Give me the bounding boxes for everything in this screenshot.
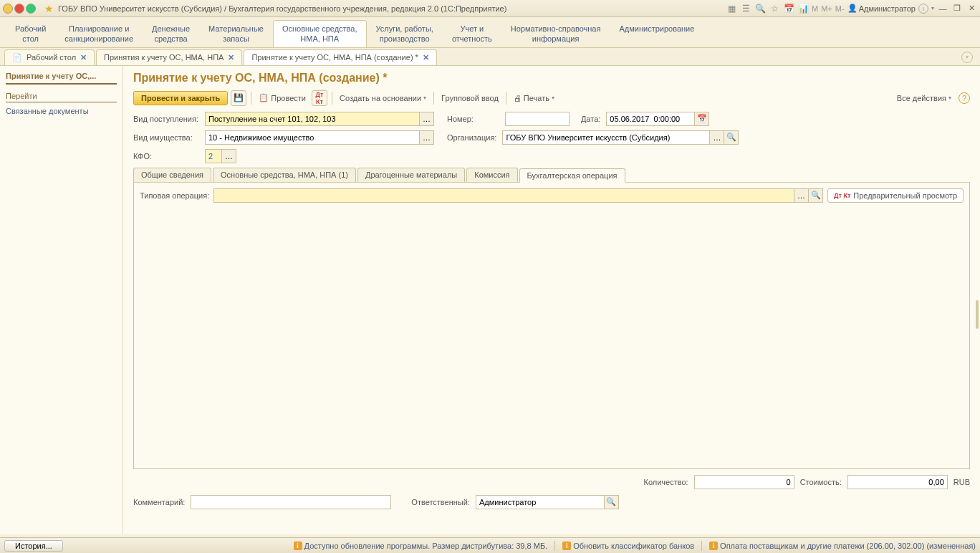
status-payments-label: Оплата поставщикам и другие платежи (206… bbox=[720, 542, 976, 550]
property-type-picker[interactable]: … bbox=[420, 130, 434, 145]
titlebar-right: ▦ ☰ 🔍 ☆ 📅 📊 M M+ M- 👤 Администратор i ▾ … bbox=[726, 3, 977, 14]
kfo-picker[interactable]: … bbox=[222, 149, 236, 163]
titlebar: ★ ГОБУ ВПО Университет искусств (Субсиди… bbox=[0, 0, 980, 17]
print-button[interactable]: 🖨 Печать▾ bbox=[511, 92, 557, 104]
all-actions-button[interactable]: Все действия▾ bbox=[894, 92, 954, 104]
help-icon[interactable]: ? bbox=[959, 92, 970, 104]
circle-icon[interactable] bbox=[14, 4, 24, 14]
app-icon[interactable] bbox=[3, 4, 13, 14]
typical-op-search-icon[interactable]: 🔍 bbox=[809, 188, 823, 203]
kfo-label: КФО: bbox=[133, 152, 199, 160]
caret-icon[interactable]: ▾ bbox=[931, 5, 934, 11]
menu-planning[interactable]: Планирование и санкционирование bbox=[55, 20, 143, 47]
desktop-icon: 📄 bbox=[12, 53, 22, 62]
tab-label: Рабочий стол bbox=[27, 53, 76, 62]
memory-m[interactable]: M bbox=[812, 4, 818, 13]
property-type-field[interactable] bbox=[205, 130, 420, 145]
comment-field[interactable] bbox=[191, 495, 391, 509]
create-based-button[interactable]: Создать на основании▾ bbox=[337, 92, 429, 104]
number-field[interactable] bbox=[505, 112, 570, 126]
star-small-icon[interactable]: ☆ bbox=[769, 3, 780, 14]
calendar2-icon[interactable]: 📊 bbox=[797, 3, 809, 14]
status-banks[interactable]: iОбновить классификатор банков bbox=[562, 542, 694, 550]
status-payments[interactable]: iОплата поставщикам и другие платежи (20… bbox=[709, 542, 976, 550]
grid-icon[interactable]: ▦ bbox=[726, 3, 737, 14]
org-field[interactable] bbox=[502, 130, 710, 145]
tab-close-icon[interactable]: ✕ bbox=[228, 53, 234, 62]
post-and-close-button[interactable]: Провести и закрыть bbox=[133, 91, 228, 105]
tabs-dropdown-icon[interactable]: ▾ bbox=[961, 52, 973, 63]
responsible-search-icon[interactable]: 🔍 bbox=[605, 495, 619, 509]
typical-op-field[interactable] bbox=[213, 188, 794, 203]
page-title: Принятие к учету ОС, НМА, НПА (создание)… bbox=[133, 72, 970, 85]
org-picker[interactable]: … bbox=[710, 130, 724, 145]
preview-button[interactable]: Дт Кт Предварительный просмотр bbox=[827, 188, 964, 203]
calendar-picker-icon[interactable]: 📅 bbox=[695, 112, 709, 126]
minimize-icon[interactable]: — bbox=[937, 3, 948, 14]
menu-materials[interactable]: Материальные запасы bbox=[199, 20, 273, 47]
scrollbar-handle[interactable] bbox=[976, 300, 979, 329]
menu-fixed-assets[interactable]: Основные средства, НМА, НПА bbox=[273, 20, 367, 47]
tab-label: Принятия к учету ОС, НМА, НПА bbox=[104, 53, 224, 62]
receipt-type-picker[interactable]: … bbox=[420, 112, 434, 126]
menu-money[interactable]: Денежные средства bbox=[143, 20, 199, 47]
receipt-type-field[interactable] bbox=[205, 112, 420, 126]
sidebar-related-docs[interactable]: Связанные документы bbox=[6, 105, 117, 117]
group-input-label: Групповой ввод bbox=[441, 94, 499, 102]
menu-reference[interactable]: Нормативно-справочная информация bbox=[501, 20, 610, 47]
tab-general[interactable]: Общие сведения bbox=[133, 168, 211, 182]
info-badge-icon: i bbox=[562, 542, 571, 550]
post-label: Провести bbox=[271, 94, 306, 102]
post-button[interactable]: 📋Провести bbox=[256, 92, 309, 104]
tab-desktop[interactable]: 📄 Рабочий стол ✕ bbox=[4, 49, 95, 65]
calendar-icon[interactable]: 📅 bbox=[783, 3, 794, 14]
group-input-button[interactable]: Групповой ввод bbox=[438, 92, 501, 104]
tab-label: Принятие к учету ОС, НМА, НПА (создание)… bbox=[251, 53, 418, 62]
maximize-icon[interactable]: ❐ bbox=[951, 3, 963, 14]
admin-label: Администратор bbox=[859, 4, 916, 13]
status-update[interactable]: iДоступно обновление программы. Размер д… bbox=[294, 542, 548, 550]
inner-tabs: Общие сведения Основные средства, НМА, Н… bbox=[133, 168, 970, 183]
typical-op-label: Типовая операция: bbox=[140, 191, 209, 200]
summary-row: Количество: Стоимость: RUB bbox=[133, 472, 970, 492]
memory-mplus[interactable]: M+ bbox=[821, 4, 832, 13]
typical-op-picker[interactable]: … bbox=[794, 188, 809, 203]
menu-accounting[interactable]: Учет и отчетность bbox=[443, 20, 501, 47]
kfo-field[interactable] bbox=[205, 149, 222, 163]
status-banks-label: Обновить классификатор банков bbox=[573, 542, 694, 550]
menu-services[interactable]: Услуги, работы, производство bbox=[367, 20, 443, 47]
date-field[interactable] bbox=[606, 112, 695, 126]
tab-close-icon[interactable]: ✕ bbox=[80, 53, 87, 62]
info-badge-icon: i bbox=[709, 542, 718, 550]
tab-accounting-op[interactable]: Бухгалтерская операция bbox=[519, 168, 625, 183]
all-actions-label: Все действия bbox=[897, 94, 946, 102]
menu-desktop[interactable]: Рабочий стол bbox=[6, 20, 55, 47]
sidebar-goto[interactable]: Перейти bbox=[6, 90, 117, 102]
tab-assets[interactable]: Основные средства, НМА, НПА (1) bbox=[213, 168, 356, 182]
tab-precious[interactable]: Драгоценные материалы bbox=[357, 168, 465, 182]
org-label: Организация: bbox=[447, 133, 496, 142]
tab-document[interactable]: Принятие к учету ОС, НМА, НПА (создание)… bbox=[244, 49, 437, 65]
menu-admin[interactable]: Администрирование bbox=[610, 20, 703, 47]
memory-mminus[interactable]: M- bbox=[835, 4, 845, 13]
search-icon[interactable]: 🔍 bbox=[754, 3, 766, 14]
org-search-icon[interactable]: 🔍 bbox=[724, 130, 739, 145]
tab-close-icon[interactable]: ✕ bbox=[423, 53, 429, 62]
property-type-label: Вид имущества: bbox=[133, 133, 199, 142]
dtkt-button[interactable]: ДтКт bbox=[312, 90, 327, 106]
app-title: ГОБУ ВПО Университет искусств (Субсидия)… bbox=[58, 4, 726, 13]
info-icon[interactable]: i bbox=[918, 4, 928, 14]
tab-list[interactable]: Принятия к учету ОС, НМА, НПА ✕ bbox=[96, 49, 242, 65]
history-button[interactable]: История... bbox=[4, 540, 63, 552]
save-button[interactable]: 💾 bbox=[231, 90, 246, 106]
tab-commission[interactable]: Комиссия bbox=[466, 168, 517, 182]
qty-field[interactable] bbox=[694, 475, 794, 489]
cost-field[interactable] bbox=[847, 475, 948, 489]
admin-badge[interactable]: 👤 Администратор bbox=[847, 4, 916, 13]
circle-icon[interactable] bbox=[26, 4, 36, 14]
responsible-field[interactable] bbox=[476, 495, 605, 509]
info-badge-icon: i bbox=[294, 542, 302, 550]
star-icon[interactable]: ★ bbox=[44, 3, 54, 14]
close-icon[interactable]: ✕ bbox=[966, 3, 977, 14]
list-icon[interactable]: ☰ bbox=[740, 3, 751, 14]
